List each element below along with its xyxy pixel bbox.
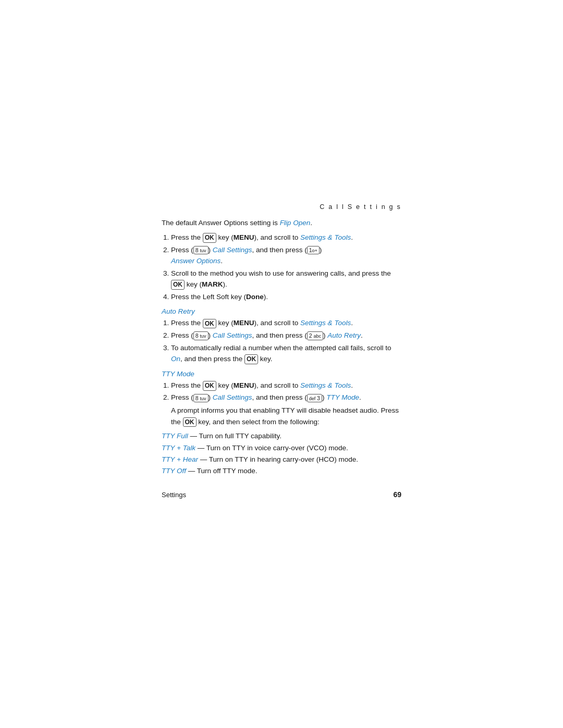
- tty-hear-desc: — Turn on TTY in hearing carry-over (HCO…: [200, 455, 358, 463]
- tty-full-desc: — Turn on full TTY capability.: [190, 432, 282, 440]
- 8tuv-key-2: 8 tuv: [193, 331, 209, 340]
- answer-step-4: Press the Left Soft key (Done).: [171, 291, 401, 303]
- tty-step-1: Press the OK key (MENU), and scroll to S…: [171, 380, 401, 391]
- call-settings-link-2: Call Settings: [213, 331, 252, 339]
- answer-options-list: Press the OK key (MENU), and scroll to S…: [171, 232, 401, 303]
- tty-full-line: TTY Full — Turn on full TTY capability.: [162, 430, 401, 442]
- menu-bold-3: MENU: [234, 381, 254, 389]
- page-number: 69: [393, 490, 401, 499]
- tty-mode-list: Press the OK key (MENU), and scroll to S…: [171, 380, 401, 427]
- flip-open-link: Flip Open: [280, 219, 311, 227]
- settings-tools-link-1: Settings & Tools: [300, 233, 351, 241]
- call-settings-link-3: Call Settings: [213, 393, 252, 401]
- tty-talk-line: TTY + Talk — Turn on TTY in voice carry-…: [162, 442, 401, 454]
- done-bold: Done: [246, 293, 264, 301]
- tty-options: TTY Full — Turn on full TTY capability. …: [162, 430, 401, 477]
- auto-retry-list: Press the OK key (MENU), and scroll to S…: [171, 317, 401, 364]
- tty-off-label: TTY Off: [162, 467, 186, 475]
- page-footer: Settings 69: [162, 490, 401, 499]
- auto-retry-step-3: To automatically redial a number when th…: [171, 342, 401, 365]
- intro-period: .: [310, 219, 312, 227]
- auto-retry-step-2: Press (8 tuv) Call Settings, and then pr…: [171, 330, 401, 341]
- tty-mode-link: TTY Mode: [326, 393, 359, 401]
- tty-talk-label: TTY + Talk: [162, 444, 195, 452]
- def3-key: def 3: [307, 394, 322, 403]
- tty-step-2: Press (8 tuv) Call Settings, and then pr…: [171, 392, 401, 427]
- tty-off-line: TTY Off — Turn off TTY mode.: [162, 465, 401, 477]
- answer-step-3: Scroll to the method you wish to use for…: [171, 268, 401, 290]
- tty-hear-line: TTY + Hear — Turn on TTY in hearing carr…: [162, 454, 401, 465]
- call-settings-link-1: Call Settings: [213, 246, 252, 254]
- tty-mode-title: TTY Mode: [162, 370, 401, 378]
- menu-bold-2: MENU: [234, 319, 254, 327]
- header-title: C a l l S e t t i n g s: [320, 203, 401, 211]
- answer-options-link: Answer Options: [171, 257, 221, 265]
- ok-key-3: OK: [203, 319, 216, 329]
- ok-key-5: OK: [203, 381, 216, 391]
- tty-full-label: TTY Full: [162, 432, 188, 440]
- answer-step-2: Press (8 tuv) Call Settings, and then pr…: [171, 244, 401, 267]
- tty-off-desc: — Turn off TTY mode.: [188, 467, 258, 475]
- footer-label: Settings: [162, 491, 186, 499]
- answer-step-1: Press the OK key (MENU), and scroll to S…: [171, 232, 401, 243]
- mark-bold: MARK: [202, 280, 223, 288]
- intro-line: The default Answer Options setting is Fl…: [162, 218, 401, 229]
- 8tuv-key-3: 8 tuv: [193, 394, 209, 403]
- intro-text: The default Answer Options setting is: [162, 219, 280, 227]
- tty-step-2-cont: A prompt informs you that enabling TTY w…: [171, 405, 401, 427]
- menu-bold-1: MENU: [234, 233, 254, 241]
- ok-key-4: OK: [244, 354, 258, 364]
- ok-key-2: OK: [171, 280, 185, 290]
- auto-retry-title: Auto Retry: [162, 307, 401, 315]
- page-header: C a l l S e t t i n g s: [162, 203, 401, 211]
- on-link: On: [171, 355, 180, 363]
- ok-key-1: OK: [203, 233, 216, 243]
- auto-retry-link: Auto Retry: [327, 331, 361, 339]
- 2abc-key: 2 abc: [307, 331, 323, 340]
- tty-hear-label: TTY + Hear: [162, 455, 198, 463]
- tty-talk-desc: — Turn on TTY in voice carry-over (VCO) …: [198, 444, 348, 452]
- 1o-key: 1o+: [307, 246, 320, 255]
- settings-tools-link-3: Settings & Tools: [300, 381, 351, 389]
- settings-tools-link-2: Settings & Tools: [300, 319, 351, 327]
- ok-key-6: OK: [183, 417, 197, 427]
- page-content: C a l l S e t t i n g s The default Answ…: [162, 203, 401, 499]
- 8tuv-key-1: 8 tuv: [193, 246, 209, 255]
- auto-retry-step-1: Press the OK key (MENU), and scroll to S…: [171, 317, 401, 329]
